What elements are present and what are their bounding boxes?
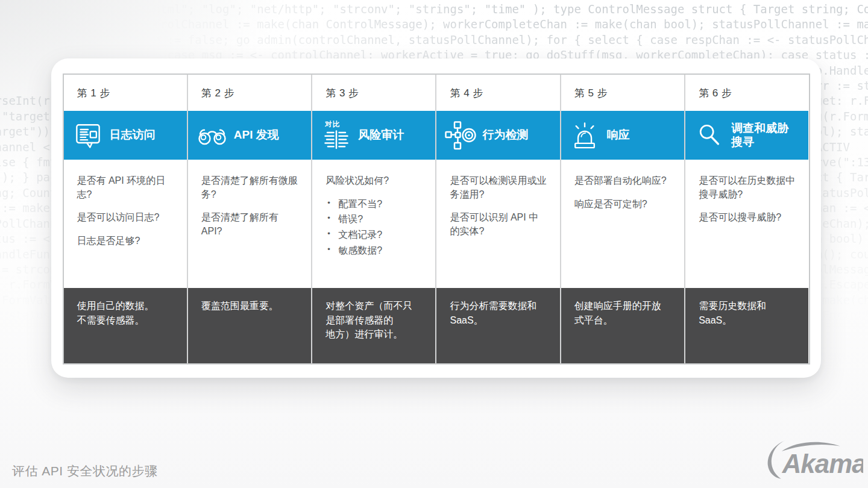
step-column-6: 第 6 步 调查和威胁 搜寻 是否可以在历史数据中搜寻威胁? 是否可以搜寻威胁?…	[685, 75, 808, 363]
question-text: 是否可以搜寻威胁?	[699, 211, 796, 225]
steps-table: 第 1 步 日志访问 是否有 API 环境的日志?	[63, 74, 810, 364]
question-text: 是否清楚了解所有微服务?	[201, 174, 299, 201]
step-questions: 风险状况如何? 配置不当? 错误? 文档记录? 敏感数据?	[312, 160, 435, 288]
magnifying-glass-icon	[694, 122, 725, 149]
step-questions: 是否可以在历史数据中搜寻威胁? 是否可以搜寻威胁?	[685, 160, 808, 288]
compare-lists-icon: 对比	[321, 121, 352, 149]
question-text: 是否可以检测误用或业务滥用?	[450, 174, 547, 201]
akamai-wordmark: Akamai	[782, 449, 863, 478]
akamai-logo: Akamai	[766, 438, 863, 482]
step-column-5: 第 5 步 响应 是否部署自动化响应? 响应是否可定制?	[561, 75, 685, 363]
question-text: 风险状况如何?	[326, 174, 423, 188]
step-note: 行为分析需要数据和 SaaS。	[436, 288, 559, 363]
siren-icon	[570, 122, 601, 149]
step-column-3: 第 3 步 对比 风险审计 风险状况	[312, 75, 436, 363]
step-title-band: API 发现	[188, 111, 311, 160]
step-title: 响应	[607, 128, 630, 142]
binoculars-icon	[197, 125, 228, 146]
chat-log-icon	[72, 122, 104, 149]
steps-card: 第 1 步 日志访问 是否有 API 环境的日志?	[51, 58, 821, 378]
step-title-band: 对比 风险审计	[312, 111, 435, 160]
step-title: 风险审计	[358, 128, 404, 142]
question-text: 是否可以访问日志?	[77, 211, 175, 225]
step-note: 使用自己的数据。 不需要传感器。	[64, 288, 187, 363]
step-questions: 是否清楚了解所有微服务? 是否清楚了解所有 API?	[188, 160, 311, 288]
step-title: API 发现	[234, 128, 279, 142]
step-label: 第 6 步	[685, 75, 808, 111]
step-note: 创建响应手册的开放 式平台。	[561, 288, 684, 363]
step-title-band: 调查和威胁 搜寻	[685, 111, 808, 160]
step-column-1: 第 1 步 日志访问 是否有 API 环境的日志?	[64, 75, 188, 363]
step-note: 覆盖范围最重要。	[188, 288, 311, 363]
question-bullet: 文档记录?	[326, 228, 423, 242]
question-text: 是否可以识别 API 中的实体?	[450, 211, 547, 238]
step-title: 行为检测	[482, 128, 528, 142]
step-questions: 是否可以检测误用或业务滥用? 是否可以识别 API 中的实体?	[436, 160, 559, 288]
flowchart-target-icon	[445, 121, 476, 150]
step-questions: 是否部署自动化响应? 响应是否可定制?	[561, 160, 684, 288]
step-label: 第 4 步	[436, 75, 559, 111]
question-text: 响应是否可定制?	[574, 198, 672, 211]
step-column-2: 第 2 步 API 发现 是否清楚了解所有微服务?	[188, 75, 312, 363]
question-text: 是否可以在历史数据中搜寻威胁?	[699, 174, 796, 201]
step-label: 第 2 步	[188, 75, 311, 111]
step-title-band: 日志访问	[64, 111, 187, 160]
question-text: 是否清楚了解所有 API?	[201, 211, 299, 238]
page-background: package main; import ( "fmt"; "html"; "l…	[0, 0, 868, 488]
step-label: 第 3 步	[312, 75, 435, 111]
step-note: 需要历史数据和 SaaS。	[685, 288, 808, 363]
diagram-caption: 评估 API 安全状况的步骤	[12, 463, 158, 480]
step-questions: 是否有 API 环境的日志? 是否可以访问日志? 日志是否足够?	[64, 160, 187, 288]
question-bullet-list: 配置不当? 错误? 文档记录? 敏感数据?	[326, 198, 423, 257]
compare-badge-label: 对比	[321, 121, 340, 128]
question-bullet: 配置不当?	[326, 198, 423, 211]
step-label: 第 5 步	[561, 75, 684, 111]
step-title: 日志访问	[110, 128, 156, 142]
question-text: 是否部署自动化响应?	[574, 174, 672, 188]
question-bullet: 错误?	[326, 213, 423, 226]
step-title: 调查和威胁 搜寻	[731, 122, 788, 149]
step-title-band: 响应	[561, 111, 684, 160]
question-text: 日志是否足够?	[77, 234, 175, 248]
question-text: 是否有 API 环境的日志?	[77, 174, 175, 201]
step-label: 第 1 步	[64, 75, 187, 111]
step-title-band: 行为检测	[436, 111, 559, 160]
step-column-4: 第 4 步 行为检测	[436, 75, 561, 363]
step-note: 对整个资产（而不只 是部署传感器的 地方）进行审计。	[312, 288, 435, 363]
question-bullet: 敏感数据?	[326, 244, 423, 257]
